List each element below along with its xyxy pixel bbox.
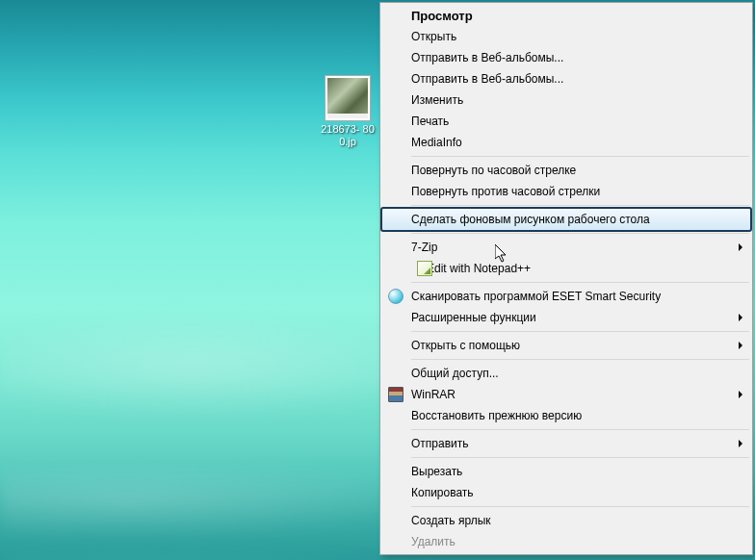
menu-item[interactable]: Удалить bbox=[382, 531, 750, 552]
menu-item-label: Повернуть по часовой стрелке bbox=[411, 164, 576, 177]
submenu-arrow-icon bbox=[739, 391, 742, 398]
desktop-file-icon[interactable]: 218673- 800.jp bbox=[318, 75, 378, 148]
menu-item[interactable]: Изменить bbox=[382, 89, 750, 111]
file-label: 218673- 800.jp bbox=[318, 123, 378, 148]
menu-separator bbox=[411, 359, 749, 360]
menu-item[interactable]: Просмотр bbox=[382, 5, 750, 26]
submenu-arrow-icon bbox=[739, 314, 742, 321]
desktop-background: 218673- 800.jp ПросмотрОткрытьОтправить … bbox=[0, 0, 755, 560]
menu-item[interactable]: Повернуть против часовой стрелки bbox=[382, 181, 750, 202]
menu-separator bbox=[411, 457, 749, 458]
menu-separator bbox=[411, 205, 749, 206]
menu-item-label: Edit with Notepad++ bbox=[427, 262, 531, 275]
submenu-arrow-icon bbox=[739, 440, 742, 447]
menu-item[interactable]: Печать bbox=[382, 111, 750, 132]
menu-item[interactable]: Расширенные функции bbox=[382, 307, 750, 328]
menu-item[interactable]: WinRAR bbox=[382, 384, 750, 405]
menu-item[interactable]: 7-Zip bbox=[382, 237, 750, 258]
menu-item-label: Отправить в Веб-альбомы... bbox=[411, 72, 563, 86]
winrar-icon bbox=[388, 387, 404, 402]
menu-item[interactable]: Вырезать bbox=[382, 461, 750, 482]
menu-item[interactable]: Восстановить прежнюю версию bbox=[382, 405, 750, 426]
context-menu: ПросмотрОткрытьОтправить в Веб-альбомы..… bbox=[379, 2, 753, 555]
menu-item-label: Сделать фоновым рисунком рабочего стола bbox=[411, 213, 650, 226]
menu-item-label: Создать ярлык bbox=[411, 514, 491, 527]
menu-item-label: 7-Zip bbox=[411, 241, 437, 254]
menu-item-label: Изменить bbox=[411, 93, 463, 107]
menu-separator bbox=[411, 429, 749, 430]
menu-item-label: Расширенные функции bbox=[411, 311, 536, 324]
menu-item[interactable]: Отправить в Веб-альбомы... bbox=[382, 68, 750, 89]
submenu-arrow-icon bbox=[739, 342, 742, 349]
menu-item-label: Копировать bbox=[411, 486, 474, 499]
menu-separator bbox=[411, 156, 749, 157]
menu-item[interactable]: Создать ярлык bbox=[382, 510, 750, 531]
menu-item[interactable]: Сделать фоновым рисунком рабочего стола bbox=[381, 208, 751, 231]
menu-item-label: Общий доступ... bbox=[411, 367, 499, 380]
menu-item-label: Повернуть против часовой стрелки bbox=[411, 185, 600, 198]
menu-item-label: Открыть с помощью bbox=[411, 339, 520, 352]
menu-separator bbox=[411, 331, 749, 332]
menu-item[interactable]: Копировать bbox=[382, 482, 750, 503]
menu-item[interactable]: Отправить в Веб-альбомы... bbox=[382, 47, 750, 68]
submenu-arrow-icon bbox=[739, 243, 742, 251]
menu-separator bbox=[411, 506, 749, 507]
image-thumbnail bbox=[325, 75, 371, 121]
menu-item-label: Вырезать bbox=[411, 465, 462, 478]
menu-item[interactable]: Edit with Notepad++ bbox=[382, 258, 750, 279]
menu-item[interactable]: Общий доступ... bbox=[382, 363, 750, 384]
eset-icon bbox=[388, 289, 404, 304]
menu-item-label: Сканировать программой ESET Smart Securi… bbox=[411, 290, 661, 303]
menu-item-label: Восстановить прежнюю версию bbox=[411, 409, 582, 422]
menu-separator bbox=[411, 282, 749, 283]
menu-item-label: Просмотр bbox=[411, 9, 473, 23]
menu-item[interactable]: Открыть с помощью bbox=[382, 335, 750, 356]
menu-item-label: Удалить bbox=[411, 535, 456, 548]
menu-item[interactable]: Повернуть по часовой стрелке bbox=[382, 160, 750, 181]
menu-item-label: WinRAR bbox=[411, 388, 456, 401]
menu-separator bbox=[411, 233, 749, 234]
menu-item[interactable]: MediaInfo bbox=[382, 132, 750, 153]
menu-item-label: Открыть bbox=[411, 30, 456, 43]
menu-item-label: Печать bbox=[411, 115, 449, 128]
menu-item-label: MediaInfo bbox=[411, 136, 462, 149]
menu-item-label: Отправить bbox=[411, 437, 469, 450]
menu-item-label: Отправить в Веб-альбомы... bbox=[411, 51, 563, 64]
menu-item[interactable]: Сканировать программой ESET Smart Securi… bbox=[382, 286, 750, 307]
menu-item[interactable]: Открыть bbox=[382, 26, 750, 47]
notepad-icon bbox=[417, 261, 432, 276]
menu-item[interactable]: Отправить bbox=[382, 433, 750, 454]
